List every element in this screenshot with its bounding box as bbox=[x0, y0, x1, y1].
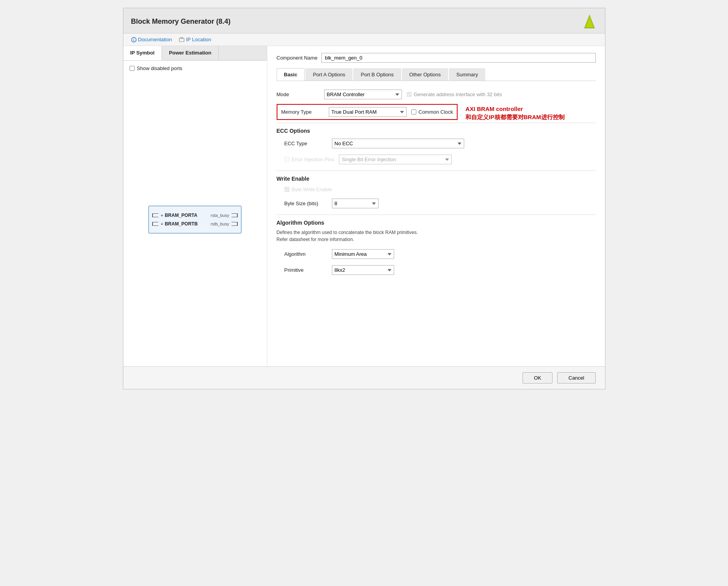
svg-text:i: i bbox=[133, 38, 134, 42]
mode-select[interactable]: BRAM Controller bbox=[324, 90, 402, 99]
generate-addr-checkbox bbox=[407, 92, 412, 97]
algorithm-row: Algorithm Minimum Area bbox=[284, 246, 596, 262]
algo-options-section: Algorithm Options Defines the algorithm … bbox=[277, 215, 596, 278]
byte-write-enable-label: Byte Write Enable bbox=[292, 187, 332, 192]
memory-type-section: Memory Type True Dual Port RAM Common Cl… bbox=[277, 104, 596, 121]
primitive-label: Primitive bbox=[284, 267, 327, 273]
component-name-input[interactable] bbox=[321, 53, 596, 63]
annotation-line1: AXI BRAM controller bbox=[465, 105, 564, 113]
dialog-footer: OK Cancel bbox=[123, 366, 605, 389]
byte-write-enable-checkbox bbox=[284, 187, 289, 192]
dialog-toolbar: i Documentation IP Location bbox=[123, 33, 605, 46]
port-connector-right-b bbox=[232, 222, 238, 226]
error-injection-checkbox bbox=[284, 157, 289, 162]
port-connector-right-a bbox=[232, 213, 238, 217]
show-disabled-label: Show disabled ports bbox=[137, 65, 182, 71]
ip-location-link[interactable]: IP Location bbox=[179, 37, 211, 42]
common-clock-checkbox[interactable] bbox=[411, 109, 416, 114]
tab-power-estimation[interactable]: Power Estimation bbox=[162, 46, 219, 60]
port-row-b: + BRAM_PORTB rstb_busy bbox=[152, 220, 238, 228]
documentation-link[interactable]: i Documentation bbox=[131, 37, 172, 42]
show-disabled-row: Show disabled ports bbox=[130, 65, 261, 71]
generate-addr-row: Generate address interface with 32 bits bbox=[407, 92, 502, 97]
ecc-type-label: ECC Type bbox=[284, 141, 327, 146]
tab-port-a[interactable]: Port A Options bbox=[305, 68, 353, 81]
memory-type-select[interactable]: True Dual Port RAM bbox=[329, 107, 407, 117]
tab-other-options[interactable]: Other Options bbox=[402, 68, 448, 81]
ok-button[interactable]: OK bbox=[523, 372, 553, 384]
dialog-title: Block Memory Generator (8.4) bbox=[131, 18, 231, 26]
left-panel: IP Symbol Power Estimation Show disabled… bbox=[123, 46, 267, 366]
primitive-row: Primitive 8kx2 bbox=[284, 262, 596, 278]
tab-port-b[interactable]: Port B Options bbox=[353, 68, 401, 81]
generate-addr-label: Generate address interface with 32 bits bbox=[414, 92, 502, 97]
tab-basic[interactable]: Basic bbox=[277, 68, 305, 81]
ecc-type-select[interactable]: No ECC bbox=[332, 139, 464, 148]
error-injection-select: Single Bit Error Injection bbox=[339, 155, 452, 164]
location-icon bbox=[179, 37, 184, 42]
ip-block: + BRAM_PORTA rsta_busy + bbox=[148, 206, 242, 234]
info-icon: i bbox=[131, 37, 137, 42]
byte-size-row: Byte Size (bits) 8 bbox=[284, 195, 596, 211]
memory-type-label: Memory Type bbox=[281, 109, 324, 115]
ecc-section-title: ECC Options bbox=[277, 123, 596, 136]
mode-label: Mode bbox=[277, 92, 319, 97]
port-row-a: + BRAM_PORTA rsta_busy bbox=[152, 211, 238, 220]
tabs-bar: Basic Port A Options Port B Options Othe… bbox=[277, 68, 596, 81]
memory-type-box: Memory Type True Dual Port RAM Common Cl… bbox=[277, 104, 458, 120]
annotation-area: AXI BRAM controller 和自定义IP核都需要对BRAM进行控制 bbox=[465, 105, 564, 121]
dialog-header: Block Memory Generator (8.4) bbox=[123, 8, 605, 33]
main-dialog: Block Memory Generator (8.4) i Documenta… bbox=[123, 8, 605, 389]
port-connector-left-b bbox=[152, 222, 158, 226]
error-injection-label: Error Injection Pins bbox=[292, 157, 335, 162]
ecc-options-section: ECC Options ECC Type No ECC Error Inject… bbox=[277, 123, 596, 167]
tab-summary[interactable]: Summary bbox=[449, 68, 486, 81]
write-enable-section: Write Enable Byte Write Enable Byte Size… bbox=[277, 171, 596, 211]
ecc-type-row: ECC Type No ECC bbox=[284, 136, 596, 151]
error-injection-row: Error Injection Pins Single Bit Error In… bbox=[284, 151, 596, 167]
byte-size-select[interactable]: 8 bbox=[332, 199, 379, 208]
show-disabled-checkbox[interactable] bbox=[130, 66, 135, 71]
common-clock-row: Common Clock bbox=[411, 109, 453, 115]
left-panel-content: Show disabled ports + BRAM_PORTA rsta_bu… bbox=[123, 61, 267, 366]
tab-content-basic: Mode BRAM Controller Generate address in… bbox=[277, 86, 596, 359]
annotation-line2: 和自定义IP核都需要对BRAM进行控制 bbox=[465, 113, 564, 121]
cancel-button[interactable]: Cancel bbox=[557, 372, 595, 384]
component-name-label: Component Name bbox=[277, 55, 318, 61]
algo-section-title: Algorithm Options bbox=[277, 215, 596, 227]
port-connector-left-a bbox=[152, 213, 158, 217]
component-name-row: Component Name bbox=[277, 53, 596, 63]
mode-row: Mode BRAM Controller Generate address in… bbox=[277, 86, 596, 102]
ip-symbol-area: + BRAM_PORTA rsta_busy + bbox=[130, 77, 261, 362]
byte-write-enable-row: Byte Write Enable bbox=[284, 183, 596, 195]
byte-size-label: Byte Size (bits) bbox=[284, 201, 327, 206]
common-clock-label: Common Clock bbox=[419, 109, 453, 115]
tab-ip-symbol[interactable]: IP Symbol bbox=[123, 46, 162, 60]
dialog-body: IP Symbol Power Estimation Show disabled… bbox=[123, 46, 605, 366]
algo-desc: Defines the algorithm used to concatenat… bbox=[277, 229, 596, 243]
algorithm-select[interactable]: Minimum Area bbox=[332, 249, 394, 259]
write-enable-title: Write Enable bbox=[277, 171, 596, 183]
right-panel: Component Name Basic Port A Options Port… bbox=[267, 46, 605, 366]
left-tabs: IP Symbol Power Estimation bbox=[123, 46, 267, 61]
xilinx-logo bbox=[582, 14, 597, 29]
algorithm-label: Algorithm bbox=[284, 251, 327, 257]
primitive-select[interactable]: 8kx2 bbox=[332, 265, 394, 275]
